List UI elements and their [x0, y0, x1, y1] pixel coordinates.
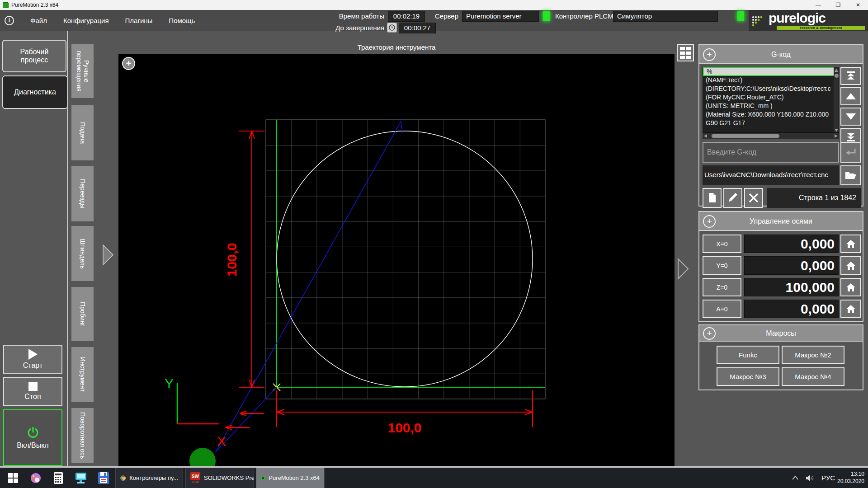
- scroll-right-arrow[interactable]: [835, 134, 838, 138]
- zoom-in-button[interactable]: +: [122, 57, 135, 70]
- close-button[interactable]: ✕: [848, 0, 868, 10]
- tray-speaker-icon[interactable]: [803, 468, 817, 488]
- server-value: Puremotion server: [462, 11, 539, 22]
- edit-gcode-button[interactable]: [723, 188, 742, 208]
- goto-first-line-button[interactable]: [840, 67, 861, 85]
- taskbar-app-puremotion[interactable]: PureMotion 2.3 x64: [256, 468, 325, 488]
- taskbar-app-label: Контроллеры пу...: [129, 474, 178, 481]
- dimension-vertical: [239, 131, 264, 387]
- axis-x-value[interactable]: 0,000: [744, 235, 839, 253]
- axis-y-home-button[interactable]: [840, 256, 861, 275]
- scroll-down-arrow[interactable]: [835, 129, 838, 132]
- menu-file[interactable]: Файл: [30, 17, 47, 24]
- start-button-windows[interactable]: [3, 468, 24, 488]
- taskbar-app-solidworks[interactable]: SW 2018 SOLIDWORKS Prem...: [185, 468, 254, 488]
- clock-icon[interactable]: [387, 23, 397, 33]
- copy-gcode-button[interactable]: [703, 188, 722, 208]
- layout-tiles-button[interactable]: [677, 44, 694, 61]
- send-gcode-button[interactable]: [840, 142, 861, 163]
- gcode-line[interactable]: G90 G21 G17: [703, 119, 839, 127]
- gcode-line[interactable]: (UNITS: METRIC_mm ): [703, 102, 839, 110]
- server-label: Сервер: [430, 11, 458, 22]
- open-file-button[interactable]: [840, 165, 861, 185]
- axis-y-value[interactable]: 0,000: [744, 256, 839, 275]
- hscroll-thumb[interactable]: [712, 134, 779, 138]
- remaining-value: 00:00:27: [399, 23, 436, 33]
- axis-z-value[interactable]: 100,000: [744, 278, 839, 296]
- maximize-button[interactable]: ❐: [828, 0, 848, 10]
- taskbar: Контроллеры пу... SW 2018 SOLIDWORKS Pre…: [0, 468, 868, 488]
- axis-a-value[interactable]: 0,000: [744, 300, 839, 318]
- taskbar-app-label: PureMotion 2.3 x64: [269, 474, 320, 481]
- axis-z-home-button[interactable]: [840, 278, 861, 296]
- menu-plugins[interactable]: Плагины: [125, 17, 153, 24]
- macros-title: Макросы: [699, 325, 863, 342]
- vtab-spindle[interactable]: Шпиндель: [71, 226, 94, 281]
- tool-position-marker: [189, 448, 216, 466]
- gcode-list[interactable]: % (NAME:тест) (DIRECTORY:C:\Users\nikso\…: [703, 67, 839, 133]
- axis-x-zero-button[interactable]: X=0: [703, 235, 741, 253]
- info-icon[interactable]: i: [5, 16, 14, 25]
- gcode-line[interactable]: (DIRECTORY:C:\Users\nikso\Desktop\тест.c: [703, 84, 839, 93]
- gcode-line[interactable]: (FOR MyCNC Router_ATC): [703, 93, 839, 102]
- vtab-tool[interactable]: Инструмент: [71, 347, 94, 402]
- macro-button-2[interactable]: Макрос №2: [782, 346, 844, 364]
- gcode-panel: + G-код % (NAME:тест) (DIRECTORY:C:\User…: [698, 44, 863, 206]
- calculator-taskbar-icon[interactable]: [48, 468, 69, 488]
- gcode-line-selected[interactable]: %: [703, 67, 839, 76]
- tab-workflow[interactable]: Рабочий процесс: [2, 40, 66, 72]
- puremotion-icon: [261, 473, 265, 483]
- gcode-line[interactable]: (Material Size: X600.000 Y160.000 Z10.00…: [703, 110, 839, 119]
- gcode-vertical-scrollbar[interactable]: [834, 67, 839, 133]
- gcode-input[interactable]: [703, 142, 839, 163]
- scroll-up-arrow[interactable]: [835, 69, 838, 72]
- macros-header: + Макросы: [699, 325, 863, 342]
- axis-a-home-button[interactable]: [840, 300, 861, 318]
- menu-help[interactable]: Помощь: [169, 17, 195, 24]
- vtab-manual-moves[interactable]: Ручные перемещения: [71, 44, 94, 98]
- menu-configuration[interactable]: Конфигурация: [63, 17, 109, 24]
- puremotion-app: PureMotion 2.3 x64 — ❐ ✕ i Файл Конфигур…: [0, 0, 868, 488]
- line-up-button[interactable]: [840, 87, 861, 105]
- axis-x-label: X: [217, 434, 226, 449]
- panel-expand-arrow[interactable]: [677, 258, 689, 280]
- floppy-taskbar-icon[interactable]: [93, 468, 114, 488]
- controller-status-led: [737, 11, 745, 21]
- toolpath-canvas[interactable]: 100,0 100,0 Y X: [118, 54, 675, 466]
- taskbar-app-label: SOLIDWORKS Prem...: [204, 474, 254, 481]
- scroll-thumb[interactable]: [835, 74, 839, 78]
- tab-diagnostics[interactable]: Диагностика: [2, 75, 68, 109]
- power-button[interactable]: Вкл/Выкл: [3, 409, 62, 466]
- app-icon: [3, 2, 9, 8]
- vtab-probing[interactable]: Пробинг: [71, 287, 94, 341]
- vtab-rapids[interactable]: Переезды: [71, 166, 94, 221]
- gcode-horizontal-scrollbar[interactable]: [703, 133, 839, 139]
- vtab-feed[interactable]: Подача: [71, 105, 94, 160]
- vtab-rotary-axis[interactable]: Поворотная ось: [71, 408, 94, 463]
- logo-tagline: research & development: [777, 26, 865, 30]
- paint-taskbar-icon[interactable]: [25, 468, 46, 488]
- macro-button-3[interactable]: Макрос №3: [717, 367, 779, 386]
- start-button[interactable]: Старт: [3, 345, 62, 374]
- minimize-button[interactable]: —: [808, 0, 828, 10]
- dim-vertical-label: 100,0: [224, 243, 239, 277]
- axis-z-zero-button[interactable]: Z=0: [703, 278, 741, 296]
- axis-x-home-button[interactable]: [840, 235, 861, 253]
- taskbar-app-chrome[interactable]: Контроллеры пу...: [115, 468, 183, 488]
- tray-clock[interactable]: 13:10 20.03.2020: [835, 468, 866, 488]
- tray-chevron-icon[interactable]: [788, 468, 802, 488]
- menu-bar: i Файл Конфигурация Плагины Помощь Время…: [0, 10, 868, 31]
- axis-y-zero-button[interactable]: Y=0: [703, 256, 741, 275]
- line-down-button[interactable]: [840, 108, 861, 126]
- sidebar-expand-arrow[interactable]: [102, 244, 114, 266]
- axes-title: Управление осями: [699, 212, 863, 231]
- scroll-left-arrow[interactable]: [704, 134, 707, 138]
- gcode-line[interactable]: (NAME:тест): [703, 76, 839, 84]
- clear-gcode-button[interactable]: [744, 188, 763, 208]
- stop-button[interactable]: Стоп: [3, 377, 62, 406]
- solidworks-icon: SW 2018: [190, 472, 200, 483]
- axis-a-zero-button[interactable]: A=0: [703, 300, 741, 318]
- macro-button-1[interactable]: Funkc: [717, 346, 779, 364]
- computer-taskbar-icon[interactable]: [71, 468, 91, 488]
- macro-button-4[interactable]: Макрос №4: [782, 367, 844, 386]
